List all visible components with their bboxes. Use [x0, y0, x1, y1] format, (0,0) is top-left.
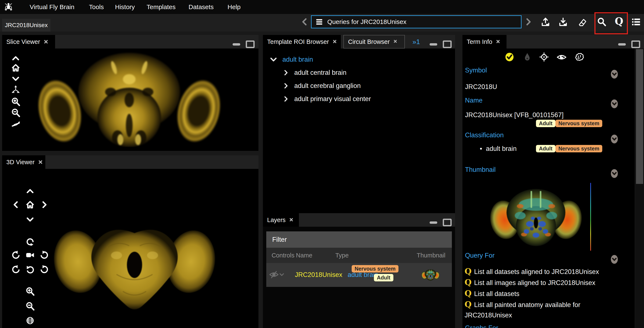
- tree-node-adult-brain[interactable]: adult brain: [269, 55, 313, 64]
- clear-eraser-button[interactable]: [577, 17, 587, 27]
- tree-node-label[interactable]: adult brain: [282, 56, 313, 63]
- term-visibility-eye-icon[interactable]: [556, 52, 567, 62]
- tab-term-info[interactable]: Term Info: [462, 35, 506, 48]
- classification-collapse-icon[interactable]: [610, 134, 618, 144]
- close-icon[interactable]: [289, 218, 294, 222]
- term-locate-crosshair-icon[interactable]: [539, 52, 549, 62]
- 3d-rotate-loop-icon[interactable]: [26, 236, 35, 246]
- upload-button[interactable]: [540, 17, 550, 27]
- chevron-right-icon[interactable]: [282, 95, 290, 102]
- vfb-fly-logo-icon[interactable]: [4, 2, 14, 12]
- slice-up-icon[interactable]: [11, 54, 20, 63]
- close-icon[interactable]: [393, 39, 398, 44]
- slice-plane-toggle-icon[interactable]: [11, 120, 20, 129]
- 3d-zoom-in-icon[interactable]: [26, 287, 35, 296]
- slice-home-icon[interactable]: [11, 63, 20, 72]
- 3d-roll-cw-icon[interactable]: [40, 265, 49, 274]
- tab-template-roi-browser[interactable]: Template ROI Browser: [263, 35, 341, 48]
- 3d-globe-icon[interactable]: [26, 316, 35, 325]
- tree-node-adult-cerebral-ganglion[interactable]: adult cerebral ganglion: [282, 82, 361, 90]
- maximize-icon[interactable]: [443, 40, 452, 48]
- layers-filter-input[interactable]: Filter: [266, 232, 452, 248]
- page-tab-jrc2018unisex[interactable]: JRC2018Unisex: [2, 19, 50, 32]
- tab-slice-viewer[interactable]: Slice Viewer: [2, 35, 55, 48]
- slice-zoom-in-icon[interactable]: [11, 97, 20, 106]
- 3d-viewer-canvas[interactable]: [2, 169, 258, 328]
- menu-virtual-fly-brain[interactable]: Virtual Fly Brain: [30, 4, 74, 10]
- search-bar[interactable]: Queries for JRC2018Unisex: [311, 15, 522, 28]
- 3d-home-icon[interactable]: [26, 200, 35, 209]
- tree-node-adult-primary-visual-center[interactable]: adult primary visual center: [282, 95, 371, 103]
- term-color-droplet-icon[interactable]: [522, 52, 532, 62]
- tree-node-label[interactable]: adult central brain: [294, 69, 346, 76]
- search-back-icon[interactable]: [300, 17, 309, 27]
- tree-node-adult-central-brain[interactable]: adult central brain: [282, 69, 346, 76]
- 3d-pan-down-icon[interactable]: [26, 215, 35, 224]
- thumbnail-collapse-icon[interactable]: [610, 169, 618, 178]
- term-brain-icon[interactable]: [574, 52, 584, 62]
- minimize-icon[interactable]: [618, 43, 626, 46]
- chevron-down-icon[interactable]: [269, 55, 278, 64]
- minimize-icon[interactable]: [430, 222, 437, 224]
- 3d-reset-rotation-icon[interactable]: [26, 265, 35, 274]
- menu-datasets[interactable]: Datasets: [188, 4, 214, 10]
- layer-name-link[interactable]: JRC2018Unisex: [295, 271, 342, 279]
- query-link[interactable]: QList all datasets aligned to JRC2018Uni…: [464, 266, 613, 277]
- layer-thumbnail: [421, 267, 440, 282]
- symbol-value: JRC2018U: [465, 83, 497, 91]
- chevron-right-icon[interactable]: [282, 69, 290, 76]
- term-selected-check-icon[interactable]: [504, 52, 514, 62]
- results-list-button[interactable]: [631, 17, 641, 27]
- 3d-pan-up-icon[interactable]: [26, 186, 35, 196]
- menu-templates[interactable]: Templates: [146, 4, 176, 10]
- close-icon[interactable]: [38, 160, 43, 165]
- 3d-roll-ccw-icon[interactable]: [11, 265, 20, 274]
- tab-circuit-browser[interactable]: Circuit Browser: [344, 35, 405, 48]
- 3d-pan-right-icon[interactable]: [40, 200, 49, 209]
- slice-down-icon[interactable]: [11, 74, 20, 84]
- tab-overflow-indicator[interactable]: »1: [412, 38, 420, 46]
- chevron-right-icon[interactable]: [282, 82, 290, 90]
- menu-tools[interactable]: Tools: [89, 4, 104, 10]
- download-button[interactable]: [558, 17, 568, 27]
- scrollbar-thumb[interactable]: [636, 49, 643, 184]
- close-icon[interactable]: [332, 39, 337, 44]
- slice-viewer-canvas[interactable]: [2, 48, 258, 151]
- 3d-rotate-ccw-icon[interactable]: [11, 250, 20, 260]
- maximize-icon[interactable]: [246, 40, 255, 48]
- layers-table-row[interactable]: JRC2018Unisex adult brain Nervous system…: [266, 263, 452, 287]
- search-input[interactable]: Queries for JRC2018Unisex: [327, 18, 406, 26]
- roi-browser-window-buttons: [430, 40, 452, 48]
- tree-node-label[interactable]: adult primary visual center: [294, 95, 371, 103]
- badge-adult: Adult: [536, 145, 556, 152]
- menu-history[interactable]: History: [115, 4, 135, 10]
- 3d-pan-left-icon[interactable]: [11, 200, 20, 209]
- 3d-rotate-cw-icon[interactable]: [40, 250, 49, 260]
- slice-zoom-out-icon[interactable]: [11, 108, 20, 118]
- maximize-icon[interactable]: [631, 40, 640, 48]
- close-icon[interactable]: [44, 39, 48, 44]
- query-link[interactable]: QList all painted anatomy available for …: [464, 299, 613, 320]
- query-link[interactable]: QList all images aligned to JRC2018Unise…: [464, 277, 613, 288]
- symbol-collapse-icon[interactable]: [610, 69, 618, 79]
- name-collapse-icon[interactable]: [610, 99, 618, 109]
- menu-help[interactable]: Help: [228, 4, 241, 10]
- tree-node-label[interactable]: adult cerebral ganglion: [294, 82, 361, 90]
- maximize-icon[interactable]: [443, 219, 452, 226]
- query-menu-icon[interactable]: [315, 18, 324, 26]
- query-link[interactable]: QList all datasets: [464, 288, 613, 299]
- minimize-icon[interactable]: [430, 43, 437, 46]
- close-icon[interactable]: [496, 39, 501, 44]
- tab-3d-viewer[interactable]: 3D Viewer: [2, 155, 45, 169]
- term-info-scrollbar[interactable]: [635, 48, 644, 328]
- tab-layers[interactable]: Layers: [263, 213, 299, 227]
- 3d-zoom-out-icon[interactable]: [26, 302, 35, 311]
- layer-visibility-toggle[interactable]: [269, 270, 285, 280]
- column-name: Name: [296, 252, 312, 259]
- slice-axes-icon[interactable]: [11, 85, 20, 94]
- query-for-collapse-icon[interactable]: [610, 254, 618, 264]
- minimize-icon[interactable]: [232, 43, 240, 46]
- 3d-camera-icon[interactable]: [26, 250, 35, 260]
- term-thumbnail-image: [489, 181, 583, 252]
- search-forward-icon[interactable]: [524, 17, 534, 27]
